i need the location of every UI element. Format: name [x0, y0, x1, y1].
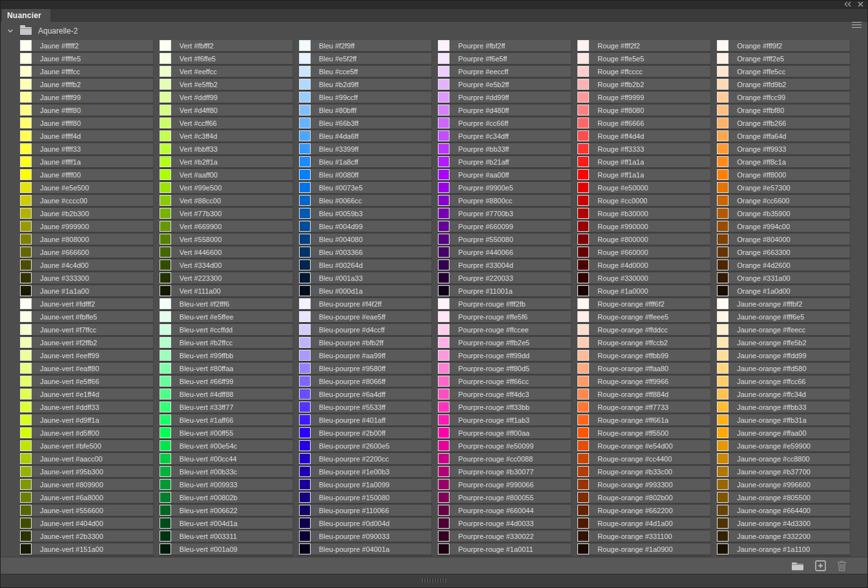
swatch-row[interactable]: Jaune-orange #ffc34d	[717, 389, 851, 400]
delete-swatch-icon[interactable]	[837, 560, 847, 571]
swatch-row[interactable]: Pourpre #bb33ff	[438, 143, 572, 154]
swatch-row[interactable]: Rouge-orange #e54d00	[577, 440, 711, 451]
swatch-row[interactable]: Pourpre #aa00ff	[438, 169, 572, 180]
swatch-row[interactable]: Rouge-orange #ff7733	[577, 401, 711, 412]
swatch-row[interactable]: Bleu #f2f9ff	[299, 40, 433, 51]
swatch-row[interactable]: Vert #b2ff1a	[160, 156, 293, 167]
swatch-row[interactable]: Bleu-vert #00e54c	[160, 440, 293, 451]
swatch-row[interactable]: Rouge #ffcccc	[577, 66, 711, 77]
swatch-row[interactable]: Rouge-orange #ffbb99	[577, 350, 711, 361]
swatch-row[interactable]: Bleu-vert #003311	[160, 531, 293, 542]
swatch-row[interactable]: Jaune-vert #aacc00	[20, 453, 154, 464]
swatch-row[interactable]: Rouge-orange #ff5500	[577, 427, 711, 438]
swatch-row[interactable]: Bleu #b2d9ff	[299, 79, 433, 90]
swatch-row[interactable]: Bleu #99ccff	[299, 92, 433, 103]
swatch-row[interactable]: Pourpre-rouge #1a0011	[438, 543, 572, 554]
swatch-row[interactable]: Pourpre #cc66ff	[438, 117, 572, 128]
swatch-row[interactable]: Orange #804000	[717, 234, 851, 245]
swatch-row[interactable]: Rouge #ff4d4d	[577, 130, 711, 141]
swatch-row[interactable]: Bleu-vert #006622	[160, 505, 293, 516]
swatch-row[interactable]: Pourpre #550080	[438, 234, 572, 245]
swatch-row[interactable]: Bleu-vert #00cc44	[160, 453, 293, 464]
swatch-row[interactable]: Vert #99e500	[160, 182, 293, 193]
swatch-row[interactable]: Jaune #999900	[20, 221, 154, 232]
swatch-row[interactable]: Pourpre #d480ff	[438, 105, 572, 116]
swatch-row[interactable]: Vert #446600	[160, 247, 293, 258]
swatch-row[interactable]: Pourpre-rouge #ffccee	[438, 324, 572, 335]
swatch-row[interactable]: Bleu-vert #80ffaa	[160, 363, 293, 374]
swatch-row[interactable]: Jaune-orange #ffd580	[717, 363, 851, 374]
swatch-row[interactable]: Bleu #e5f2ff	[299, 53, 433, 64]
swatch-row[interactable]: Orange #b35900	[717, 208, 851, 219]
swatch-row[interactable]: Pourpre #220033	[438, 272, 572, 283]
swatch-row[interactable]: Jaune #ffff99	[20, 92, 154, 103]
swatch-row[interactable]: Bleu-vert #66ff99	[160, 376, 293, 387]
swatch-row[interactable]: Pourpre #c34dff	[438, 130, 572, 141]
swatch-row[interactable]: Pourpre #9900e5	[438, 182, 572, 193]
swatch-row[interactable]: Jaune #ffff4d	[20, 130, 154, 141]
swatch-row[interactable]: Bleu-pourpre #04001a	[299, 543, 433, 554]
swatch-row[interactable]: Bleu-pourpre #401aff	[299, 414, 433, 425]
swatch-row[interactable]: Bleu-vert #33ff77	[160, 401, 293, 412]
swatch-row[interactable]: Orange #1a0d00	[717, 285, 851, 296]
swatch-row[interactable]: Orange #994c00	[717, 221, 851, 232]
swatch-row[interactable]: Pourpre-rouge #ffb2e5	[438, 337, 572, 348]
swatch-row[interactable]: Jaune #ffffcc	[20, 66, 154, 77]
swatch-row[interactable]: Jaune-vert #151a00	[20, 543, 154, 554]
swatch-row[interactable]: Bleu-vert #00ff55	[160, 427, 293, 438]
swatch-row[interactable]: Jaune-vert #2b3300	[20, 531, 154, 542]
swatch-row[interactable]: Rouge #ffe5e5	[577, 53, 711, 64]
swatch-row[interactable]: Bleu-vert #ccffdd	[160, 324, 293, 335]
swatch-row[interactable]: Jaune-orange #805500	[717, 492, 851, 503]
swatch-row[interactable]: Pourpre-rouge #330022	[438, 531, 572, 542]
swatch-row[interactable]: Rouge #ffb2b2	[577, 79, 711, 90]
swatch-row[interactable]: Rouge #1a0000	[577, 285, 711, 296]
swatch-row[interactable]: Orange #fff2e5	[717, 53, 851, 64]
swatch-row[interactable]: Rouge #ff8080	[577, 105, 711, 116]
swatch-row[interactable]: Bleu #000d1a	[299, 285, 433, 296]
swatch-row[interactable]: Pourpre-rouge #ff4dc3	[438, 389, 572, 400]
swatch-row[interactable]: Vert #c3ff4d	[160, 130, 293, 141]
swatch-row[interactable]: Jaune-orange #ffaa00	[717, 427, 851, 438]
swatch-row[interactable]: Jaune #333300	[20, 272, 154, 283]
swatch-row[interactable]: Jaune-orange #ffe5b2	[717, 337, 851, 348]
panel-menu-icon[interactable]	[852, 22, 862, 29]
collapse-panel-icon[interactable]	[844, 1, 852, 7]
swatch-row[interactable]: Pourpre-rouge #e50099	[438, 440, 572, 451]
swatch-row[interactable]: Rouge #990000	[577, 221, 711, 232]
swatch-row[interactable]: Pourpre #11001a	[438, 285, 572, 296]
swatch-row[interactable]: Pourpre-rouge #ff99dd	[438, 350, 572, 361]
swatch-row[interactable]: Bleu-vert #001a09	[160, 543, 293, 554]
swatch-row[interactable]: Rouge #cc0000	[577, 195, 711, 206]
swatch-row[interactable]: Jaune-orange #4d3300	[717, 518, 851, 529]
swatch-row[interactable]: Bleu #003366	[299, 247, 433, 258]
swatch-row[interactable]: Pourpre-rouge #ffe5f6	[438, 311, 572, 322]
swatch-row[interactable]: Bleu-pourpre #9580ff	[299, 363, 433, 374]
swatch-row[interactable]: Bleu-vert #004d1a	[160, 518, 293, 529]
swatch-row[interactable]: Jaune #4c4d00	[20, 259, 154, 270]
swatch-row[interactable]: Bleu #3399ff	[299, 143, 433, 154]
swatch-row[interactable]: Rouge-orange #ff661a	[577, 414, 711, 425]
swatch-row[interactable]: Pourpre #660099	[438, 221, 572, 232]
swatch-row[interactable]: Jaune-vert #404d00	[20, 518, 154, 529]
swatch-row[interactable]: Bleu-vert #4dff88	[160, 389, 293, 400]
swatch-row[interactable]: Bleu-vert #b2ffcc	[160, 337, 293, 348]
swatch-row[interactable]: Jaune #ffffe5	[20, 53, 154, 64]
swatch-row[interactable]: Bleu-pourpre #bfb2ff	[299, 337, 433, 348]
swatch-row[interactable]: Bleu-pourpre #8066ff	[299, 376, 433, 387]
swatch-row[interactable]: Bleu #cce5ff	[299, 66, 433, 77]
swatch-row[interactable]: Pourpre #b21aff	[438, 156, 572, 167]
swatch-row[interactable]: Vert #558000	[160, 234, 293, 245]
swatch-row[interactable]: Jaune-vert #556600	[20, 505, 154, 516]
swatch-row[interactable]: Bleu-pourpre #5533ff	[299, 401, 433, 412]
swatch-row[interactable]: Jaune-vert #809900	[20, 479, 154, 490]
swatch-row[interactable]: Jaune-orange #ffb31a	[717, 414, 851, 425]
swatch-row[interactable]: Jaune #b2b300	[20, 208, 154, 219]
swatch-row[interactable]: Jaune-vert #fbffe5	[20, 311, 154, 322]
swatch-row[interactable]: Vert #669900	[160, 221, 293, 232]
swatch-row[interactable]: Jaune #1a1a00	[20, 285, 154, 296]
swatch-row[interactable]: Bleu-pourpre #d4ccff	[299, 324, 433, 335]
swatch-row[interactable]: Jaune #ffff80	[20, 117, 154, 128]
swatch-row[interactable]: Jaune-vert #d5ff00	[20, 427, 154, 438]
swatch-row[interactable]: Rouge-orange #1a0900	[577, 543, 711, 554]
